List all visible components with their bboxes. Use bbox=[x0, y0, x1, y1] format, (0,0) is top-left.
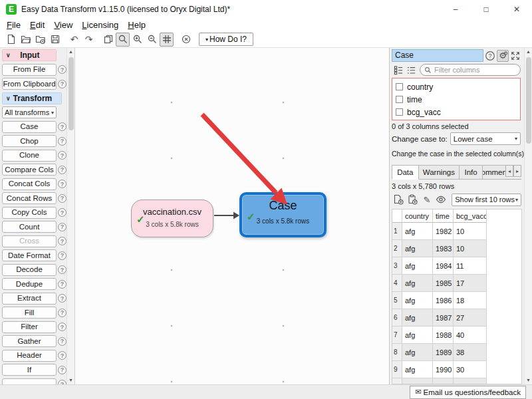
panel-settings-button[interactable]: ⚙ ⚙ bbox=[497, 50, 509, 62]
feedback-button[interactable]: ✉ Email us questions/feedback bbox=[410, 386, 526, 399]
cell-bcg-vacc[interactable]: 10 bbox=[454, 223, 487, 240]
input-button[interactable]: From File bbox=[2, 64, 57, 76]
transform-button[interactable]: Case bbox=[2, 121, 57, 133]
help-icon[interactable]: ? bbox=[58, 294, 66, 303]
close-button[interactable]: ✕ bbox=[501, 0, 532, 19]
cell-country[interactable]: afg bbox=[402, 240, 433, 257]
scrollbar-thumb[interactable] bbox=[526, 57, 531, 144]
table-row[interactable]: 7 afg 1988 40 bbox=[392, 327, 521, 344]
help-icon[interactable]: ? bbox=[58, 251, 66, 260]
filter-columns-input[interactable] bbox=[434, 66, 514, 74]
help-icon[interactable]: ? bbox=[58, 309, 66, 317]
transform-button[interactable]: Compare Cols bbox=[2, 164, 57, 176]
table-row[interactable]: 9 afg 1990 30 bbox=[392, 361, 521, 378]
cell-country[interactable]: afg bbox=[402, 327, 433, 344]
zoom-in-button[interactable] bbox=[130, 33, 144, 47]
transform-button[interactable]: Concat Rows bbox=[2, 192, 57, 204]
tab-info[interactable]: Info bbox=[460, 165, 483, 180]
table-row[interactable]: 2 afg 1983 10 bbox=[392, 240, 521, 257]
column-label[interactable]: time bbox=[407, 95, 422, 104]
column-label[interactable]: bcg_vacc bbox=[407, 108, 441, 117]
input-button[interactable]: From Clipboard bbox=[2, 78, 57, 90]
cell-time[interactable]: 1989 bbox=[433, 344, 454, 361]
scroll-down-icon[interactable]: ▼ bbox=[67, 376, 74, 384]
checkbox-bcg-vacc[interactable] bbox=[396, 108, 403, 116]
cell-bcg-vacc[interactable]: 10 bbox=[454, 240, 487, 257]
table-row[interactable]: 6 afg 1987 27 bbox=[392, 309, 521, 327]
transform-button[interactable]: Concat Cols bbox=[2, 178, 57, 190]
view-button[interactable] bbox=[435, 194, 448, 206]
open-recent-button[interactable] bbox=[33, 33, 47, 47]
help-icon[interactable]: ? bbox=[58, 80, 66, 88]
menu-file[interactable]: File bbox=[2, 19, 25, 31]
scroll-down-icon[interactable]: ▼ bbox=[525, 376, 532, 384]
zoom-mode-button[interactable] bbox=[116, 33, 130, 47]
transform-button[interactable]: Dedupe bbox=[2, 278, 57, 290]
table-row[interactable]: 10 afg 1991 21 bbox=[392, 378, 521, 384]
cell-country[interactable]: afg bbox=[402, 378, 433, 384]
help-icon[interactable]: ? bbox=[58, 337, 66, 346]
cell-country[interactable]: afg bbox=[402, 223, 433, 240]
transform-button[interactable]: Count bbox=[2, 221, 57, 233]
cell-bcg-vacc[interactable]: 18 bbox=[454, 292, 487, 309]
cell-time[interactable]: 1988 bbox=[433, 327, 454, 344]
help-icon[interactable]: ? bbox=[58, 237, 66, 245]
duplicate-button[interactable] bbox=[101, 33, 115, 47]
tab-comments[interactable]: Comments bbox=[483, 165, 505, 180]
input-section-header[interactable]: ∨ Input bbox=[2, 49, 57, 61]
source-node-vaccination-csv[interactable]: ✓ vaccination.csv 3 cols x 5.8k rows bbox=[131, 200, 213, 237]
list-view-button[interactable] bbox=[405, 64, 417, 76]
transform-button[interactable]: Gather bbox=[2, 335, 57, 347]
scroll-up-icon[interactable]: ▲ bbox=[67, 48, 74, 56]
help-icon[interactable]: ? bbox=[58, 194, 66, 203]
menu-view[interactable]: View bbox=[49, 19, 77, 31]
transform-node-case[interactable]: ✓ Case 3 cols x 5.8k rows bbox=[239, 192, 327, 237]
checkbox-time[interactable] bbox=[396, 96, 403, 103]
cell-time[interactable]: 1991 bbox=[433, 378, 454, 384]
help-icon[interactable]: ? bbox=[58, 280, 66, 289]
cell-bcg-vacc[interactable]: 27 bbox=[454, 309, 487, 327]
cell-time[interactable]: 1983 bbox=[433, 240, 454, 257]
cell-country[interactable]: afg bbox=[402, 257, 433, 275]
transform-button[interactable]: Header bbox=[2, 350, 57, 362]
cell-bcg-vacc[interactable]: 40 bbox=[454, 327, 487, 344]
table-row[interactable]: 8 afg 1989 38 bbox=[392, 344, 521, 361]
cell-country[interactable]: afg bbox=[402, 275, 433, 292]
table-row[interactable]: 1 afg 1982 10 bbox=[392, 223, 521, 240]
panel-help-button[interactable]: ? bbox=[484, 50, 496, 62]
menu-licensing[interactable]: Licensing bbox=[77, 19, 123, 31]
transform-button[interactable]: If bbox=[2, 364, 57, 376]
help-icon[interactable]: ? bbox=[58, 223, 66, 231]
help-icon[interactable]: ? bbox=[58, 137, 66, 146]
help-icon[interactable]: ? bbox=[58, 265, 66, 274]
transform-button[interactable]: Cross bbox=[2, 235, 57, 247]
minimize-button[interactable]: – bbox=[440, 0, 471, 19]
help-icon[interactable]: ? bbox=[58, 65, 66, 74]
column-label[interactable]: country bbox=[407, 82, 433, 92]
help-icon[interactable]: ? bbox=[58, 380, 66, 384]
header-time[interactable]: time bbox=[433, 209, 454, 223]
help-icon[interactable]: ? bbox=[58, 208, 66, 217]
cell-bcg-vacc[interactable]: 21 bbox=[454, 378, 487, 384]
cell-time[interactable]: 1986 bbox=[433, 292, 454, 309]
tab-scroll-left-icon[interactable]: ◂ bbox=[505, 165, 513, 177]
maximize-button[interactable]: □ bbox=[471, 0, 501, 19]
checkbox-country[interactable] bbox=[396, 83, 403, 90]
cell-time[interactable]: 1982 bbox=[433, 223, 454, 240]
cell-bcg-vacc[interactable]: 30 bbox=[454, 361, 487, 378]
transform-button[interactable]: Chop bbox=[2, 135, 57, 147]
header-bcg-vacc[interactable]: bcg_vacc bbox=[454, 209, 487, 223]
transform-button[interactable]: Clone bbox=[2, 150, 57, 162]
menu-edit[interactable]: Edit bbox=[25, 19, 49, 31]
scroll-up-icon[interactable]: ▲ bbox=[525, 48, 532, 56]
toggle-grid-button[interactable] bbox=[160, 33, 174, 47]
undo-button[interactable]: ↶ bbox=[67, 33, 81, 47]
help-icon[interactable]: ? bbox=[58, 180, 66, 188]
cancel-button[interactable] bbox=[179, 33, 193, 47]
new-file-button[interactable] bbox=[4, 33, 18, 47]
help-icon[interactable]: ? bbox=[58, 122, 66, 131]
transform-button[interactable]: Copy Cols bbox=[2, 207, 57, 219]
cell-bcg-vacc[interactable]: 11 bbox=[454, 257, 487, 275]
help-icon[interactable]: ? bbox=[58, 323, 66, 331]
transform-button[interactable]: Decode bbox=[2, 264, 57, 276]
